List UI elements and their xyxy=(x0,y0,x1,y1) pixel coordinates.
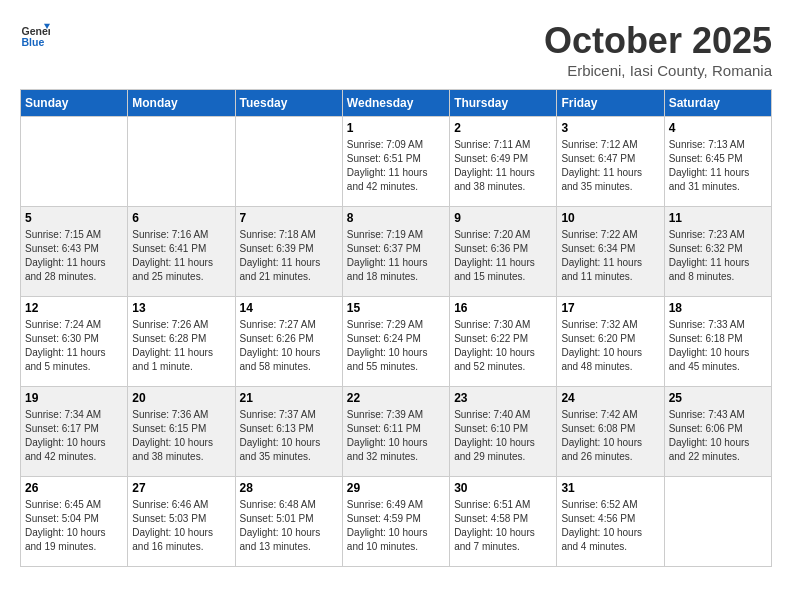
day-info: Sunrise: 7:40 AM Sunset: 6:10 PM Dayligh… xyxy=(454,408,552,464)
calendar-cell: 14Sunrise: 7:27 AM Sunset: 6:26 PM Dayli… xyxy=(235,297,342,387)
day-info: Sunrise: 7:37 AM Sunset: 6:13 PM Dayligh… xyxy=(240,408,338,464)
calendar-cell: 12Sunrise: 7:24 AM Sunset: 6:30 PM Dayli… xyxy=(21,297,128,387)
calendar-cell: 29Sunrise: 6:49 AM Sunset: 4:59 PM Dayli… xyxy=(342,477,449,567)
calendar-cell: 31Sunrise: 6:52 AM Sunset: 4:56 PM Dayli… xyxy=(557,477,664,567)
day-info: Sunrise: 6:51 AM Sunset: 4:58 PM Dayligh… xyxy=(454,498,552,554)
title-area: October 2025 Erbiceni, Iasi County, Roma… xyxy=(544,20,772,79)
day-number: 11 xyxy=(669,211,767,225)
day-number: 19 xyxy=(25,391,123,405)
weekday-header-friday: Friday xyxy=(557,90,664,117)
logo: General Blue xyxy=(20,20,50,50)
day-number: 14 xyxy=(240,301,338,315)
calendar-cell: 10Sunrise: 7:22 AM Sunset: 6:34 PM Dayli… xyxy=(557,207,664,297)
calendar-week-row: 5Sunrise: 7:15 AM Sunset: 6:43 PM Daylig… xyxy=(21,207,772,297)
day-number: 3 xyxy=(561,121,659,135)
day-number: 2 xyxy=(454,121,552,135)
month-title: October 2025 xyxy=(544,20,772,62)
weekday-header-sunday: Sunday xyxy=(21,90,128,117)
day-number: 15 xyxy=(347,301,445,315)
day-info: Sunrise: 7:24 AM Sunset: 6:30 PM Dayligh… xyxy=(25,318,123,374)
day-number: 20 xyxy=(132,391,230,405)
day-info: Sunrise: 6:52 AM Sunset: 4:56 PM Dayligh… xyxy=(561,498,659,554)
calendar-cell: 5Sunrise: 7:15 AM Sunset: 6:43 PM Daylig… xyxy=(21,207,128,297)
calendar-cell: 19Sunrise: 7:34 AM Sunset: 6:17 PM Dayli… xyxy=(21,387,128,477)
day-number: 8 xyxy=(347,211,445,225)
calendar-cell: 11Sunrise: 7:23 AM Sunset: 6:32 PM Dayli… xyxy=(664,207,771,297)
day-info: Sunrise: 7:29 AM Sunset: 6:24 PM Dayligh… xyxy=(347,318,445,374)
calendar-cell: 18Sunrise: 7:33 AM Sunset: 6:18 PM Dayli… xyxy=(664,297,771,387)
day-info: Sunrise: 7:34 AM Sunset: 6:17 PM Dayligh… xyxy=(25,408,123,464)
calendar-cell: 21Sunrise: 7:37 AM Sunset: 6:13 PM Dayli… xyxy=(235,387,342,477)
calendar-cell xyxy=(21,117,128,207)
day-number: 6 xyxy=(132,211,230,225)
day-number: 30 xyxy=(454,481,552,495)
svg-text:Blue: Blue xyxy=(22,36,45,48)
day-number: 4 xyxy=(669,121,767,135)
day-info: Sunrise: 7:42 AM Sunset: 6:08 PM Dayligh… xyxy=(561,408,659,464)
logo-icon: General Blue xyxy=(20,20,50,50)
day-info: Sunrise: 6:46 AM Sunset: 5:03 PM Dayligh… xyxy=(132,498,230,554)
day-info: Sunrise: 7:23 AM Sunset: 6:32 PM Dayligh… xyxy=(669,228,767,284)
day-number: 31 xyxy=(561,481,659,495)
calendar-cell xyxy=(128,117,235,207)
calendar-cell: 3Sunrise: 7:12 AM Sunset: 6:47 PM Daylig… xyxy=(557,117,664,207)
calendar-cell xyxy=(235,117,342,207)
day-number: 13 xyxy=(132,301,230,315)
day-number: 12 xyxy=(25,301,123,315)
day-number: 1 xyxy=(347,121,445,135)
weekday-header-wednesday: Wednesday xyxy=(342,90,449,117)
day-info: Sunrise: 6:49 AM Sunset: 4:59 PM Dayligh… xyxy=(347,498,445,554)
calendar-cell: 13Sunrise: 7:26 AM Sunset: 6:28 PM Dayli… xyxy=(128,297,235,387)
calendar-week-row: 12Sunrise: 7:24 AM Sunset: 6:30 PM Dayli… xyxy=(21,297,772,387)
calendar-cell: 9Sunrise: 7:20 AM Sunset: 6:36 PM Daylig… xyxy=(450,207,557,297)
calendar-week-row: 19Sunrise: 7:34 AM Sunset: 6:17 PM Dayli… xyxy=(21,387,772,477)
day-info: Sunrise: 7:15 AM Sunset: 6:43 PM Dayligh… xyxy=(25,228,123,284)
calendar-cell: 20Sunrise: 7:36 AM Sunset: 6:15 PM Dayli… xyxy=(128,387,235,477)
day-info: Sunrise: 7:33 AM Sunset: 6:18 PM Dayligh… xyxy=(669,318,767,374)
calendar-cell: 15Sunrise: 7:29 AM Sunset: 6:24 PM Dayli… xyxy=(342,297,449,387)
day-number: 23 xyxy=(454,391,552,405)
day-info: Sunrise: 6:45 AM Sunset: 5:04 PM Dayligh… xyxy=(25,498,123,554)
calendar-cell xyxy=(664,477,771,567)
day-number: 27 xyxy=(132,481,230,495)
calendar-cell: 4Sunrise: 7:13 AM Sunset: 6:45 PM Daylig… xyxy=(664,117,771,207)
calendar-cell: 27Sunrise: 6:46 AM Sunset: 5:03 PM Dayli… xyxy=(128,477,235,567)
day-number: 26 xyxy=(25,481,123,495)
location-subtitle: Erbiceni, Iasi County, Romania xyxy=(544,62,772,79)
day-number: 5 xyxy=(25,211,123,225)
day-number: 28 xyxy=(240,481,338,495)
day-info: Sunrise: 7:11 AM Sunset: 6:49 PM Dayligh… xyxy=(454,138,552,194)
calendar-table: SundayMondayTuesdayWednesdayThursdayFrid… xyxy=(20,89,772,567)
day-info: Sunrise: 7:43 AM Sunset: 6:06 PM Dayligh… xyxy=(669,408,767,464)
day-info: Sunrise: 7:36 AM Sunset: 6:15 PM Dayligh… xyxy=(132,408,230,464)
day-info: Sunrise: 7:20 AM Sunset: 6:36 PM Dayligh… xyxy=(454,228,552,284)
day-number: 29 xyxy=(347,481,445,495)
calendar-cell: 26Sunrise: 6:45 AM Sunset: 5:04 PM Dayli… xyxy=(21,477,128,567)
calendar-cell: 1Sunrise: 7:09 AM Sunset: 6:51 PM Daylig… xyxy=(342,117,449,207)
weekday-header-monday: Monday xyxy=(128,90,235,117)
calendar-cell: 24Sunrise: 7:42 AM Sunset: 6:08 PM Dayli… xyxy=(557,387,664,477)
day-info: Sunrise: 6:48 AM Sunset: 5:01 PM Dayligh… xyxy=(240,498,338,554)
calendar-cell: 7Sunrise: 7:18 AM Sunset: 6:39 PM Daylig… xyxy=(235,207,342,297)
day-number: 17 xyxy=(561,301,659,315)
day-number: 7 xyxy=(240,211,338,225)
day-info: Sunrise: 7:18 AM Sunset: 6:39 PM Dayligh… xyxy=(240,228,338,284)
weekday-header-tuesday: Tuesday xyxy=(235,90,342,117)
calendar-cell: 2Sunrise: 7:11 AM Sunset: 6:49 PM Daylig… xyxy=(450,117,557,207)
calendar-week-row: 1Sunrise: 7:09 AM Sunset: 6:51 PM Daylig… xyxy=(21,117,772,207)
calendar-cell: 16Sunrise: 7:30 AM Sunset: 6:22 PM Dayli… xyxy=(450,297,557,387)
day-info: Sunrise: 7:13 AM Sunset: 6:45 PM Dayligh… xyxy=(669,138,767,194)
calendar-cell: 8Sunrise: 7:19 AM Sunset: 6:37 PM Daylig… xyxy=(342,207,449,297)
day-info: Sunrise: 7:32 AM Sunset: 6:20 PM Dayligh… xyxy=(561,318,659,374)
day-number: 16 xyxy=(454,301,552,315)
day-number: 25 xyxy=(669,391,767,405)
day-info: Sunrise: 7:19 AM Sunset: 6:37 PM Dayligh… xyxy=(347,228,445,284)
calendar-cell: 22Sunrise: 7:39 AM Sunset: 6:11 PM Dayli… xyxy=(342,387,449,477)
page-header: General Blue October 2025 Erbiceni, Iasi… xyxy=(20,20,772,79)
day-number: 22 xyxy=(347,391,445,405)
day-info: Sunrise: 7:09 AM Sunset: 6:51 PM Dayligh… xyxy=(347,138,445,194)
calendar-cell: 23Sunrise: 7:40 AM Sunset: 6:10 PM Dayli… xyxy=(450,387,557,477)
day-info: Sunrise: 7:26 AM Sunset: 6:28 PM Dayligh… xyxy=(132,318,230,374)
calendar-cell: 25Sunrise: 7:43 AM Sunset: 6:06 PM Dayli… xyxy=(664,387,771,477)
day-info: Sunrise: 7:22 AM Sunset: 6:34 PM Dayligh… xyxy=(561,228,659,284)
